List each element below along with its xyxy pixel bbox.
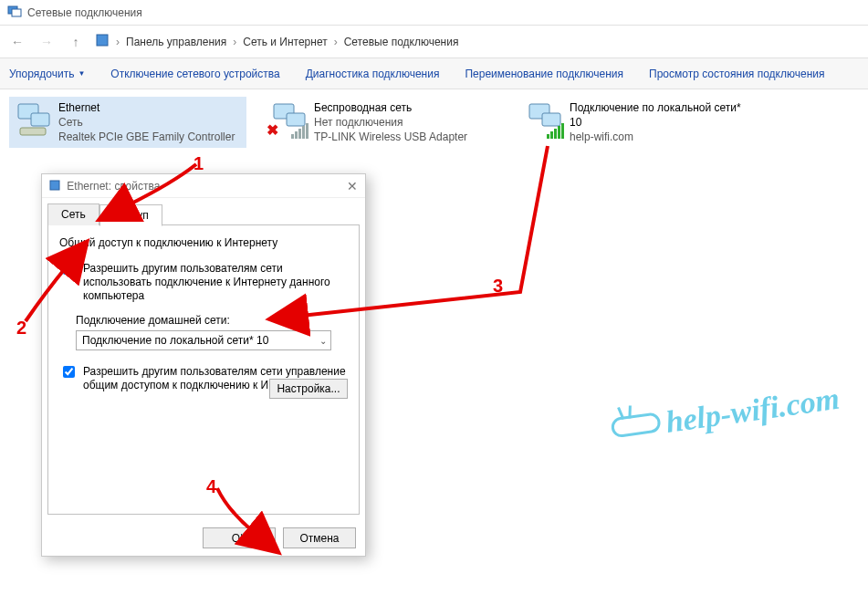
connection-name: Беспроводная сеть xyxy=(314,100,467,115)
allow-share-checkbox[interactable] xyxy=(63,263,75,275)
allow-share-label: Разрешить другим пользователям сети испо… xyxy=(83,262,348,303)
control-panel-icon xyxy=(95,33,110,50)
dialog-titlebar: Ethernet: свойства ✕ xyxy=(42,174,365,198)
network-connections-icon xyxy=(7,4,22,21)
connection-item-local[interactable]: Подключение по локальной сети* 10 help-w… xyxy=(520,97,758,148)
wireless-icon: ✖ xyxy=(270,100,307,137)
connection-name: Ethernet xyxy=(58,100,235,115)
window-titlebar: Сетевые подключения xyxy=(0,0,868,26)
combo-value: Подключение по локальной сети* 10 xyxy=(82,334,268,347)
annotation-3: 3 xyxy=(493,276,503,297)
dialog-title: Ethernet: свойства xyxy=(67,180,160,193)
svg-rect-10 xyxy=(50,181,59,190)
breadcrumb-item[interactable]: Панель управления xyxy=(126,36,226,48)
disabled-x-icon: ✖ xyxy=(267,121,278,139)
navigation-bar: ← → ↑ › Панель управления › Сеть и Интер… xyxy=(0,26,868,58)
annotation-4: 4 xyxy=(206,476,216,497)
router-icon xyxy=(611,412,663,438)
command-toolbar: Упорядочить ▼ Отключение сетевого устрой… xyxy=(0,58,868,89)
ethernet-icon xyxy=(15,100,51,137)
chevron-down-icon: ⌄ xyxy=(319,336,327,346)
organize-menu[interactable]: Упорядочить ▼ xyxy=(9,68,85,80)
local-connection-icon xyxy=(526,100,562,137)
connection-status: Сеть xyxy=(58,115,235,130)
chevron-right-icon: › xyxy=(233,36,236,48)
breadcrumb-item[interactable]: Сетевые подключения xyxy=(344,36,459,48)
svg-rect-5 xyxy=(20,128,46,135)
organize-label: Упорядочить xyxy=(9,68,74,80)
breadcrumb[interactable]: › Панель управления › Сеть и Интернет › … xyxy=(95,33,458,50)
nav-up-button[interactable]: ↑ xyxy=(66,32,86,52)
connection-item-ethernet[interactable]: Ethernet Сеть Realtek PCIe GBE Family Co… xyxy=(9,97,246,148)
chevron-down-icon: ▼ xyxy=(78,69,85,78)
group-label: Общий доступ к подключению к Интернету xyxy=(59,236,348,249)
connection-device: Realtek PCIe GBE Family Controller xyxy=(58,130,235,144)
breadcrumb-item[interactable]: Сеть и Интернет xyxy=(243,36,327,48)
connection-name: Подключение по локальной сети* 10 xyxy=(570,100,752,130)
close-button[interactable]: ✕ xyxy=(347,179,358,193)
chevron-right-icon: › xyxy=(334,36,338,48)
signal-bars-icon xyxy=(291,123,309,139)
cancel-button[interactable]: Отмена xyxy=(283,527,356,548)
svg-rect-2 xyxy=(97,35,108,46)
rename-button[interactable]: Переименование подключения xyxy=(465,68,623,80)
connection-device: TP-LINK Wireless USB Adapter xyxy=(314,130,467,144)
annotation-2: 2 xyxy=(16,318,26,339)
view-status-button[interactable]: Просмотр состояния подключения xyxy=(649,68,824,80)
home-network-label: Подключение домашней сети: xyxy=(76,314,348,327)
tab-network[interactable]: Сеть xyxy=(47,203,99,225)
svg-rect-4 xyxy=(31,113,49,126)
tab-access[interactable]: Доступ xyxy=(99,204,162,226)
connection-item-wireless[interactable]: ✖ Беспроводная сеть Нет подключения TP-L… xyxy=(265,97,502,148)
ok-button[interactable]: ОК xyxy=(203,527,276,548)
annotation-1: 1 xyxy=(193,153,204,174)
home-network-combo[interactable]: Подключение по локальной сети* 10 ⌄ xyxy=(76,330,331,350)
connection-status: help-wifi.com xyxy=(570,130,752,144)
nav-forward-button[interactable]: → xyxy=(37,32,57,52)
tab-panel-access: Общий доступ к подключению к Интернету Р… xyxy=(47,224,360,515)
connection-status: Нет подключения xyxy=(314,115,467,130)
signal-bars-icon xyxy=(547,123,564,139)
nav-back-button[interactable]: ← xyxy=(7,32,27,52)
svg-rect-1 xyxy=(12,9,21,16)
chevron-right-icon: › xyxy=(116,36,120,48)
allow-control-checkbox[interactable] xyxy=(63,366,75,378)
properties-dialog: Ethernet: свойства ✕ Сеть Доступ Общий д… xyxy=(41,173,366,557)
settings-button[interactable]: Настройка... xyxy=(269,379,348,399)
disable-device-button[interactable]: Отключение сетевого устройства xyxy=(110,68,279,80)
diagnose-button[interactable]: Диагностика подключения xyxy=(306,68,440,80)
window-title: Сетевые подключения xyxy=(27,6,142,19)
